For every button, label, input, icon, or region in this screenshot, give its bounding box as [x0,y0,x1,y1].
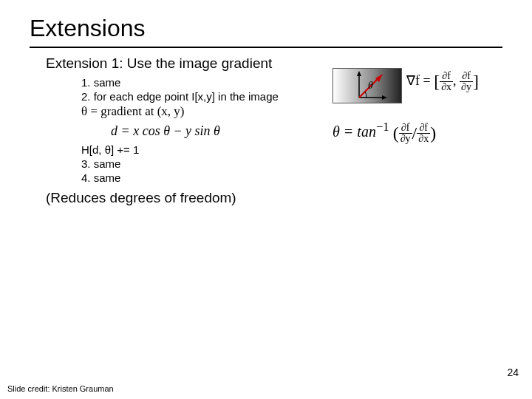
step-3: 3. same [81,157,502,170]
slide: Extensions Extension 1: Use the image gr… [0,0,532,399]
page-number: 24 [507,366,519,378]
theta-sup: −1 [376,120,389,134]
title-rule [30,47,502,48]
h-update-line: H[d, θ] += 1 [81,143,502,156]
reduces-line: (Reduces degrees of freedom) [46,190,502,206]
algorithm-list-cont: H[d, θ] += 1 3. same 4. same [81,143,502,184]
dfy-den: ∂y [460,82,473,92]
theta-formula: θ = tan−1 (∂f∂y/∂f∂x) [332,120,502,144]
slide-title: Extensions [30,15,502,42]
tnum1: ∂f [399,123,412,134]
dfx-den: ∂x [440,82,453,92]
nabla-lead: ∇f = [406,73,434,88]
slide-credit: Slide credit: Kristen Grauman [7,384,114,393]
theta-lead: θ = tan [332,123,376,140]
theta-gradient-line: θ = gradient at (x, y) [81,104,502,119]
step-4: 4. same [81,171,502,184]
gradient-figure: θ ∇f = [∂f∂x, ∂f∂y] [332,65,502,105]
dfx-num: ∂f [440,71,453,82]
svg-marker-1 [357,71,361,76]
dfy-num: ∂f [460,71,473,82]
grad-f-formula: ∇f = [∂f∂x, ∂f∂y] [406,71,479,92]
svg-marker-3 [382,95,387,100]
theta-label: θ [368,80,373,92]
tden2: ∂x [417,134,430,144]
tnum2: ∂f [417,123,430,134]
tden1: ∂y [399,134,412,144]
